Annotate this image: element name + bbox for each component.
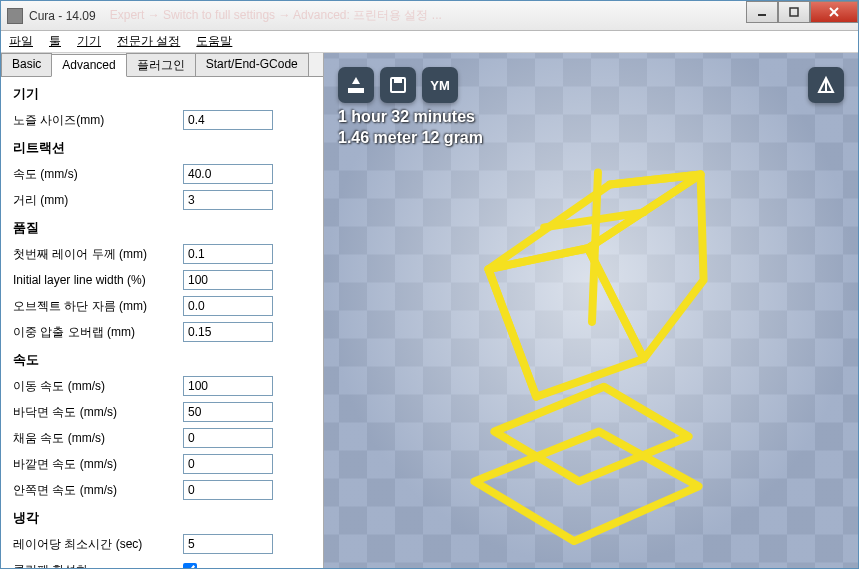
section-machine: 기기	[13, 85, 311, 103]
label-retract-speed: 속도 (mm/s)	[13, 166, 183, 183]
label-bottom-layer-speed: 바닥면 속도 (mm/s)	[13, 404, 183, 421]
input-object-bottom-cut[interactable]	[183, 296, 273, 316]
row-outer-shell-speed: 바깥면 속도 (mm/s)	[13, 453, 311, 475]
label-dual-extrusion-overlap: 이중 압출 오버랩 (mm)	[13, 324, 183, 341]
settings-panel: Basic Advanced 플러그인 Start/End-GCode 기기 노…	[1, 53, 324, 568]
label-outer-shell-speed: 바깥면 속도 (mm/s)	[13, 456, 183, 473]
input-retract-distance[interactable]	[183, 190, 273, 210]
settings-list: 기기 노즐 사이즈(mm) 리트랙션 속도 (mm/s) 거리 (mm) 품질 …	[1, 77, 323, 568]
checkbox-cooling-fan[interactable]	[183, 563, 197, 568]
row-retract-distance: 거리 (mm)	[13, 189, 311, 211]
menu-tool[interactable]: 툴	[49, 33, 61, 50]
label-nozzle-size: 노즐 사이즈(mm)	[13, 112, 183, 129]
close-icon	[828, 6, 840, 18]
minimize-icon	[757, 7, 767, 17]
input-outer-shell-speed[interactable]	[183, 454, 273, 474]
section-retraction: 리트랙션	[13, 139, 311, 157]
row-bottom-layer-speed: 바닥면 속도 (mm/s)	[13, 401, 311, 423]
row-retract-speed: 속도 (mm/s)	[13, 163, 311, 185]
label-first-layer-thickness: 첫번째 레이어 두께 (mm)	[13, 246, 183, 263]
breadcrumb: Expert → Switch to full settings → Advan…	[110, 7, 442, 24]
row-initial-layer-line-width: Initial layer line width (%)	[13, 269, 311, 291]
maximize-icon	[789, 7, 799, 17]
maximize-button[interactable]	[778, 1, 810, 23]
menu-file[interactable]: 파일	[9, 33, 33, 50]
content-area: Basic Advanced 플러그인 Start/End-GCode 기기 노…	[1, 53, 858, 568]
row-object-bottom-cut: 오브젝트 하단 자름 (mm)	[13, 295, 311, 317]
menu-machine[interactable]: 기기	[77, 33, 101, 50]
input-first-layer-thickness[interactable]	[183, 244, 273, 264]
minimize-button[interactable]	[746, 1, 778, 23]
input-infill-speed[interactable]	[183, 428, 273, 448]
svg-marker-12	[588, 175, 704, 359]
label-cooling-fan: 쿨링팬 활성화	[13, 562, 183, 569]
tab-basic[interactable]: Basic	[1, 53, 52, 76]
input-bottom-layer-speed[interactable]	[183, 402, 273, 422]
label-travel-speed: 이동 속도 (mm/s)	[13, 378, 183, 395]
close-button[interactable]	[810, 1, 858, 23]
row-min-layer-time: 레이어당 최소시간 (sec)	[13, 533, 311, 555]
input-dual-extrusion-overlap[interactable]	[183, 322, 273, 342]
model-wireframe	[324, 53, 858, 568]
row-nozzle-size: 노즐 사이즈(mm)	[13, 109, 311, 131]
svg-rect-1	[790, 8, 798, 16]
input-nozzle-size[interactable]	[183, 110, 273, 130]
row-travel-speed: 이동 속도 (mm/s)	[13, 375, 311, 397]
label-object-bottom-cut: 오브젝트 하단 자름 (mm)	[13, 298, 183, 315]
input-min-layer-time[interactable]	[183, 534, 273, 554]
tab-advanced[interactable]: Advanced	[51, 54, 126, 77]
label-inner-shell-speed: 안쪽면 속도 (mm/s)	[13, 482, 183, 499]
titlebar: Cura - 14.09 Expert → Switch to full set…	[1, 1, 858, 31]
row-first-layer-thickness: 첫번째 레이어 두께 (mm)	[13, 243, 311, 265]
app-window: Cura - 14.09 Expert → Switch to full set…	[0, 0, 859, 569]
tab-gcode[interactable]: Start/End-GCode	[195, 53, 309, 76]
label-retract-distance: 거리 (mm)	[13, 192, 183, 209]
menu-help[interactable]: 도움말	[196, 33, 232, 50]
window-title: Cura - 14.09	[29, 9, 96, 23]
row-inner-shell-speed: 안쪽면 속도 (mm/s)	[13, 479, 311, 501]
app-icon	[7, 8, 23, 24]
input-initial-layer-line-width[interactable]	[183, 270, 273, 290]
label-initial-layer-line-width: Initial layer line width (%)	[13, 273, 183, 287]
label-min-layer-time: 레이어당 최소시간 (sec)	[13, 536, 183, 553]
tabs: Basic Advanced 플러그인 Start/End-GCode	[1, 53, 323, 77]
label-infill-speed: 채움 속도 (mm/s)	[13, 430, 183, 447]
menu-expert[interactable]: 전문가 설정	[117, 33, 180, 50]
section-speed: 속도	[13, 351, 311, 369]
section-quality: 품질	[13, 219, 311, 237]
input-retract-speed[interactable]	[183, 164, 273, 184]
row-dual-extrusion-overlap: 이중 압출 오버랩 (mm)	[13, 321, 311, 343]
section-cool: 냉각	[13, 509, 311, 527]
window-controls	[746, 1, 858, 23]
menubar: 파일 툴 기기 전문가 설정 도움말	[1, 31, 858, 53]
tab-plugins[interactable]: 플러그인	[126, 53, 196, 76]
viewport-3d[interactable]: YM 1 hour 32 minutes 1.46 meter 12 gram	[324, 53, 858, 568]
row-cooling-fan: 쿨링팬 활성화	[13, 559, 311, 568]
row-infill-speed: 채움 속도 (mm/s)	[13, 427, 311, 449]
svg-line-13	[488, 269, 536, 397]
input-travel-speed[interactable]	[183, 376, 273, 396]
input-inner-shell-speed[interactable]	[183, 480, 273, 500]
